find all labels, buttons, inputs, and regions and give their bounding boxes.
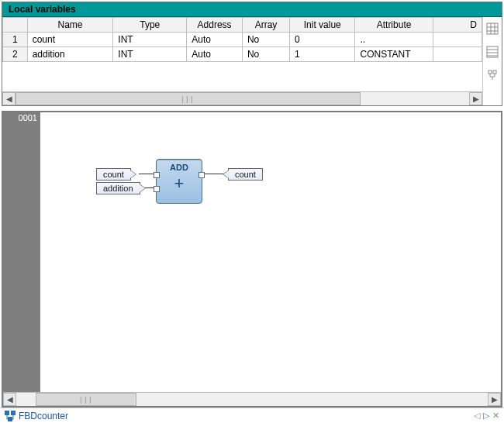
cell-rownum: 1 [3, 33, 28, 47]
table-header-row: Name Type Address Array Init value Attri… [3, 18, 482, 33]
variable-label: addition [103, 184, 133, 193]
editor-canvas[interactable]: count addition ADD + co [40, 112, 501, 252]
block-pin[interactable] [154, 186, 160, 192]
variables-table[interactable]: Name Type Address Array Init value Attri… [2, 17, 482, 62]
block-pin[interactable] [198, 172, 205, 178]
svg-rect-0 [487, 23, 498, 34]
scroll-left-button[interactable]: ◀ [3, 393, 16, 406]
scroll-right-button[interactable]: ▶ [488, 393, 501, 406]
col-name[interactable]: Name [27, 18, 113, 33]
close-button[interactable]: ✕ [492, 411, 499, 421]
scroll-track[interactable]: ∣∣∣ [16, 393, 488, 406]
svg-rect-10 [493, 70, 496, 74]
block-pin[interactable] [154, 172, 160, 178]
col-attribute[interactable]: Attribute [355, 18, 433, 33]
svg-rect-9 [488, 70, 492, 74]
scroll-track[interactable]: ∣∣∣ [16, 92, 469, 105]
col-array[interactable]: Array [242, 18, 289, 33]
table-row[interactable]: 2 addition INT Auto No 1 CONSTANT [3, 47, 482, 62]
variable-label: count [235, 170, 256, 179]
status-bar: FBDcounter ◁ ▷ ✕ [0, 408, 504, 423]
variable-input[interactable]: count [96, 168, 131, 181]
block-view-icon[interactable] [483, 66, 502, 84]
wire [202, 174, 225, 174]
fbd-icon [5, 411, 16, 421]
function-block-add[interactable]: ADD + [156, 159, 202, 204]
cell-name[interactable]: addition [27, 47, 113, 62]
cell-last[interactable] [433, 33, 482, 47]
variables-hscroll[interactable]: ◀ ∣∣∣ ▶ [2, 91, 482, 105]
grid-view-icon[interactable] [483, 19, 502, 38]
col-type[interactable]: Type [113, 18, 187, 33]
svg-rect-15 [5, 411, 9, 415]
rung-number: 0001 [3, 112, 40, 123]
status-controls: ◁ ▷ ✕ [474, 411, 499, 421]
cell-name[interactable]: count [27, 33, 113, 47]
svg-rect-16 [11, 411, 16, 415]
scroll-thumb[interactable]: ∣∣∣ [16, 92, 361, 105]
col-rownum[interactable] [3, 18, 28, 33]
variables-panel-title: Local variables [2, 2, 502, 17]
variable-input[interactable]: addition [96, 182, 140, 194]
cell-type[interactable]: INT [113, 47, 187, 62]
prev-button[interactable]: ◁ [474, 411, 480, 421]
cell-initvalue[interactable]: 0 [290, 33, 355, 47]
variable-label: count [103, 170, 124, 179]
cell-last[interactable] [433, 47, 482, 62]
cell-initvalue[interactable]: 1 [290, 47, 355, 62]
block-title: ADD [157, 163, 202, 172]
editor-gutter: 0001 [3, 112, 40, 392]
cell-rownum: 2 [3, 47, 28, 62]
cell-attribute[interactable]: .. [355, 33, 433, 47]
col-address[interactable]: Address [187, 18, 243, 33]
variables-side-tools [482, 17, 502, 105]
table-row[interactable]: 1 count INT Auto No 0 .. [3, 33, 482, 47]
scroll-grip-icon: ∣∣∣ [181, 95, 195, 103]
cell-array[interactable]: No [242, 47, 289, 62]
cell-type[interactable]: INT [113, 33, 187, 47]
cell-address[interactable]: Auto [187, 33, 243, 47]
list-view-icon[interactable] [483, 43, 502, 61]
col-initvalue[interactable]: Init value [290, 18, 355, 33]
program-name[interactable]: FBDcounter [19, 411, 68, 421]
variables-panel: Local variables [2, 2, 502, 106]
variable-output[interactable]: count [228, 168, 263, 181]
scroll-right-button[interactable]: ▶ [469, 92, 482, 105]
plus-icon: + [157, 175, 202, 192]
cell-attribute[interactable]: CONSTANT [355, 47, 433, 62]
editor-panel: 0001 count addition [2, 111, 502, 408]
editor-hscroll[interactable]: ◀ ∣∣∣ ▶ [3, 392, 501, 406]
cell-array[interactable]: No [242, 33, 289, 47]
next-button[interactable]: ▷ [483, 411, 489, 421]
scroll-left-button[interactable]: ◀ [2, 92, 16, 105]
cell-address[interactable]: Auto [187, 47, 243, 62]
scroll-grip-icon: ∣∣∣ [79, 396, 93, 404]
scroll-thumb[interactable]: ∣∣∣ [36, 393, 136, 406]
col-last[interactable]: D [433, 18, 482, 33]
